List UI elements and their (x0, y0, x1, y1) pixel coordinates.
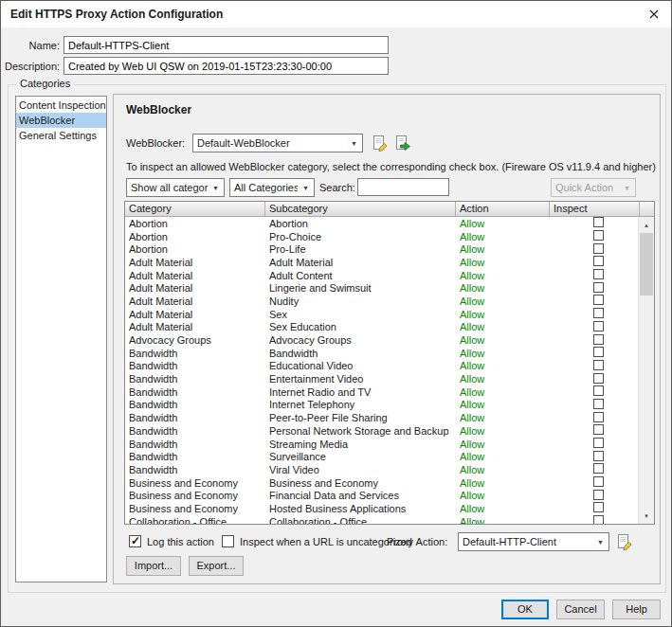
webblocker-selector-combo[interactable]: Default-WebBlocker ▼ (192, 134, 363, 152)
name-input[interactable] (64, 36, 389, 54)
page-title: WebBlocker (126, 103, 191, 116)
page-go-icon (394, 134, 411, 152)
category-filter[interactable]: All Categories ▼ (229, 178, 315, 197)
view-webblocker-button[interactable] (393, 134, 412, 152)
cell-action: Allow (456, 334, 550, 346)
cell-category: Business and Economy (125, 490, 265, 501)
cell-action: Allow (456, 516, 550, 524)
inspect-checkbox[interactable] (593, 438, 604, 448)
cell-subcategory: Internet Radio and TV (265, 386, 456, 398)
inspect-checkbox[interactable] (593, 515, 604, 524)
column-header-inspect[interactable]: Inspect (550, 202, 640, 216)
category-filter-value: All Categories (234, 182, 298, 193)
inspect-checkbox[interactable] (593, 502, 604, 512)
inspect-checkbox[interactable] (593, 463, 604, 474)
import-button[interactable]: Import... (126, 556, 181, 576)
table-row: Adult MaterialAdult ContentAllow (125, 269, 638, 282)
table-row: BandwidthBandwidthAllow (125, 347, 638, 360)
cell-action: Allow (456, 373, 550, 385)
table-row: Business and EconomyBusiness and Economy… (125, 476, 638, 490)
inspect-uncategorized-checkbox[interactable] (222, 535, 234, 547)
inspect-checkbox[interactable] (593, 269, 604, 279)
inspect-checkbox[interactable] (593, 373, 604, 384)
table-row: BandwidthSurveillanceAllow (125, 450, 638, 463)
ok-button[interactable]: OK (501, 600, 549, 619)
cell-inspect (550, 282, 634, 295)
log-action-label[interactable]: Log this action (147, 536, 214, 547)
inspect-checkbox[interactable] (593, 451, 604, 461)
cell-inspect (550, 385, 634, 398)
table-row: AbortionPro-LifeAllow (125, 242, 638, 256)
proxy-action-combo[interactable]: Default-HTTP-Client ▼ (458, 532, 609, 551)
quick-action-dropdown[interactable]: Quick Action ▼ (551, 178, 636, 197)
cell-category: Adult Material (125, 282, 265, 294)
inspect-checkbox[interactable] (593, 256, 604, 266)
table-row: BandwidthPeer-to-Peer File SharingAllow (125, 411, 638, 424)
cell-action: Allow (456, 309, 550, 320)
cell-inspect (550, 360, 634, 372)
inspect-checkbox[interactable] (593, 230, 604, 241)
inspect-checkbox[interactable] (593, 282, 604, 293)
table-row: BandwidthPersonal Network Storage and Ba… (125, 424, 638, 438)
cell-inspect (550, 256, 634, 268)
cell-inspect (550, 412, 634, 424)
inspect-checkbox[interactable] (593, 295, 604, 305)
show-categories-filter[interactable]: Show all categories ▼ (126, 178, 225, 197)
table-row: Advocacy GroupsAdvocacy GroupsAllow (125, 333, 638, 347)
column-header-action[interactable]: Action (456, 202, 550, 216)
inspect-checkbox[interactable] (593, 385, 604, 396)
cell-inspect (550, 295, 634, 307)
cell-inspect (550, 217, 634, 229)
sidebar-item-general-settings[interactable]: General Settings (16, 128, 106, 143)
description-input[interactable] (64, 57, 389, 75)
inspect-checkbox[interactable] (593, 347, 604, 357)
inspect-checkbox[interactable] (593, 476, 604, 487)
cell-subcategory: Viral Video (265, 464, 456, 475)
scrollbar-thumb[interactable] (640, 233, 653, 296)
cell-category: Bandwidth (125, 451, 265, 462)
chevron-down-icon: ▼ (299, 180, 313, 195)
webblocker-panel: WebBlocker WebBlocker: Default-WebBlocke… (113, 94, 661, 584)
cell-category: Adult Material (125, 270, 265, 281)
inspect-checkbox[interactable] (593, 360, 604, 370)
export-button[interactable]: Export... (189, 556, 244, 576)
close-button[interactable] (637, 1, 671, 27)
inspect-checkbox[interactable] (593, 308, 604, 318)
vertical-scrollbar[interactable]: ▲ ▼ (638, 217, 654, 524)
cell-action: Allow (456, 321, 550, 332)
inspect-checkbox[interactable] (593, 243, 604, 254)
inspect-checkbox[interactable] (593, 412, 604, 422)
inspect-checkbox[interactable] (593, 217, 604, 227)
cell-subcategory: Pro-Life (265, 243, 456, 255)
cell-subcategory: Bandwidth (265, 348, 456, 359)
cancel-button[interactable]: Cancel (556, 600, 605, 619)
proxy-action-label: Proxy Action: (387, 536, 447, 547)
table-row: BandwidthEducational VideoAllow (125, 360, 638, 373)
arrow-up-icon[interactable]: ▲ (639, 217, 654, 233)
cell-action: Allow (456, 360, 550, 371)
column-header-category[interactable]: Category (125, 202, 265, 216)
cell-subcategory: Nudity (265, 296, 456, 307)
inspect-checkbox[interactable] (593, 399, 604, 409)
edit-proxy-action-button[interactable] (615, 532, 634, 551)
inspect-checkbox[interactable] (593, 334, 604, 345)
cell-subcategory: Entertainment Video (265, 373, 456, 385)
table-row: Adult MaterialLingerie and SwimsuitAllow (125, 281, 638, 295)
inspect-checkbox[interactable] (593, 321, 604, 331)
edit-webblocker-button[interactable] (371, 134, 390, 152)
search-input[interactable] (357, 178, 449, 196)
cell-inspect (550, 424, 634, 437)
arrow-down-icon[interactable]: ▼ (639, 508, 654, 524)
inspect-checkbox[interactable] (593, 490, 604, 500)
cell-subcategory: Peer-to-Peer File Sharing (265, 412, 456, 423)
sidebar-item-content-inspection[interactable]: Content Inspection (16, 98, 106, 113)
cell-action: Allow (456, 490, 550, 501)
inspect-checkbox[interactable] (593, 424, 604, 435)
cell-subcategory: Hosted Business Applications (265, 503, 456, 514)
log-action-checkbox[interactable] (129, 535, 141, 547)
column-header-subcategory[interactable]: Subcategory (265, 202, 456, 216)
help-button[interactable]: Help (612, 600, 661, 619)
sidebar-item-webblocker[interactable]: WebBlocker (16, 113, 106, 128)
cell-category: Adult Material (125, 309, 265, 320)
cell-action: Allow (456, 386, 550, 398)
